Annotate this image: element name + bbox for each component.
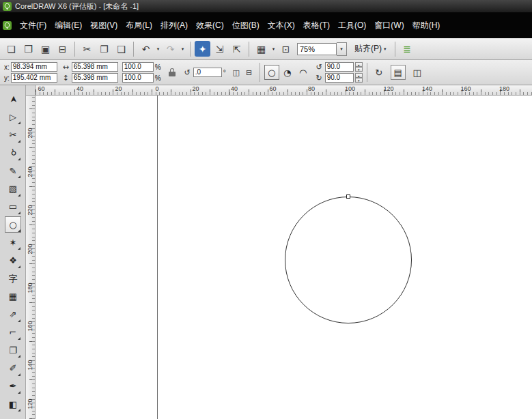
menu-bitmaps[interactable]: 位图(B): [228, 18, 264, 33]
menu-bar: 文件(F)编辑(E)视图(V)布局(L)排列(A)效果(C)位图(B)文本(X)…: [0, 12, 532, 38]
new-icon: ❏: [7, 44, 16, 54]
dimension-tool[interactable]: ⇗: [5, 306, 21, 323]
coreldraw-window: CorelDRAW X6 (评估版) - [未命名 -1] 文件(F)编辑(E)…: [0, 0, 532, 419]
menu-effects[interactable]: 效果(C): [192, 18, 228, 33]
freehand-tool[interactable]: ✎: [5, 162, 21, 179]
crop-tool[interactable]: ✂: [5, 127, 21, 143]
document-icon[interactable]: [3, 21, 12, 30]
menu-layout[interactable]: 布局(L): [122, 18, 156, 33]
outline-width-button[interactable]: ◫: [410, 65, 425, 80]
save-icon: ▣: [41, 44, 50, 54]
menu-text[interactable]: 文本(X): [264, 18, 299, 33]
object-height-input[interactable]: 65.398 mm: [72, 73, 118, 83]
menu-edit[interactable]: 编辑(E): [51, 18, 86, 33]
basic-shapes-tool[interactable]: ❖: [5, 252, 21, 269]
pie-mode-button[interactable]: ◔: [280, 65, 295, 80]
h-ruler-label: 140: [422, 85, 432, 92]
shape-icon: ▷: [10, 113, 16, 121]
position-fields: x: 98.394 mm y: 195.402 mm: [4, 62, 57, 83]
app-launcher-button[interactable]: ▦: [253, 41, 269, 57]
text-icon: 字: [9, 274, 18, 283]
text-wrap-button[interactable]: ▤: [391, 65, 406, 80]
scale-x-input[interactable]: 100.0: [122, 62, 154, 72]
end-angle-down[interactable]: ▾: [355, 78, 363, 83]
ellipse-object[interactable]: [285, 197, 412, 323]
eyedropper-tool[interactable]: ✐: [5, 360, 21, 377]
horizontal-ruler[interactable]: 604020020406080100120140160180: [36, 85, 532, 96]
search-content-button[interactable]: ✦: [195, 41, 210, 57]
fill-tool[interactable]: ◧: [5, 396, 21, 412]
undo-icon: ↶: [142, 44, 150, 54]
arc-mode-button[interactable]: ◠: [296, 65, 311, 80]
x-position-input[interactable]: 98.394 mm: [11, 62, 57, 72]
menu-file[interactable]: 文件(F): [16, 18, 51, 33]
import-button[interactable]: ⇲: [212, 41, 227, 57]
outline-pen-tool[interactable]: ✒: [5, 378, 21, 394]
start-angle-down[interactable]: ▾: [355, 67, 363, 72]
text-tool[interactable]: 字: [5, 270, 21, 287]
snap-to-button[interactable]: 贴齐(P)▾: [350, 42, 391, 57]
menu-tools[interactable]: 工具(O): [334, 18, 370, 33]
pick-tool[interactable]: ➤: [5, 91, 21, 107]
rotation-angle-input[interactable]: .0: [193, 68, 222, 77]
start-angle-up[interactable]: ▴: [355, 62, 363, 67]
options-button[interactable]: ≣: [400, 41, 415, 57]
smart-fill-tool[interactable]: ▧: [5, 181, 21, 197]
ellipse-tool[interactable]: ○: [5, 216, 21, 233]
app-launcher-dropdown[interactable]: ▾: [270, 46, 277, 52]
change-direction-button[interactable]: ↻: [372, 65, 387, 80]
lock-icon: [169, 72, 176, 76]
rectangle-tool[interactable]: ▭: [5, 199, 21, 215]
open-button[interactable]: ❒: [20, 41, 36, 57]
print-button[interactable]: ⊟: [55, 41, 70, 57]
menu-table[interactable]: 表格(T): [299, 18, 334, 33]
zoom-tool[interactable]: ☌: [5, 145, 21, 161]
paste-button[interactable]: ❑: [113, 41, 129, 57]
connector-tool[interactable]: ⌐: [5, 324, 21, 341]
new-button[interactable]: ❏: [3, 41, 19, 57]
redo-dropdown[interactable]: ▾: [180, 46, 186, 52]
welcome-screen-button[interactable]: ⊡: [278, 41, 294, 57]
blend-tool[interactable]: ❐: [5, 342, 21, 358]
export-button[interactable]: ⇱: [229, 41, 244, 57]
end-angle-up[interactable]: ▴: [355, 73, 363, 78]
zoom-level-value[interactable]: 75%: [297, 43, 337, 55]
menu-help[interactable]: 帮助(H): [408, 18, 445, 33]
lock-ratio-button[interactable]: [165, 65, 179, 80]
angle-fields: ↺ 90.0 ▴ ▾ ↻ 90.0 ▴ ▾: [315, 62, 363, 83]
smart-fill-tool-flyout: [18, 194, 20, 197]
zoom-level-dropdown[interactable]: ▾: [337, 42, 347, 56]
polygon-tool[interactable]: ✶: [5, 234, 21, 250]
save-button[interactable]: ▣: [38, 41, 53, 57]
v-ruler-label: 180: [27, 281, 33, 295]
object-width-input[interactable]: 65.398 mm: [72, 62, 118, 72]
size-fields: ↔ 65.398 mm ↕ 65.398 mm: [61, 62, 118, 83]
title-bar[interactable]: CorelDRAW X6 (评估版) - [未命名 -1]: [0, 0, 532, 12]
copy-button[interactable]: ❐: [96, 41, 112, 57]
search-content-icon: ✦: [199, 44, 207, 54]
app-icon[interactable]: [3, 2, 12, 11]
mirror-horizontal-button[interactable]: ◫: [230, 66, 242, 78]
cut-button[interactable]: ✂: [79, 41, 95, 57]
menu-window[interactable]: 窗口(W): [370, 18, 408, 33]
scale-y-input[interactable]: 100.0: [122, 73, 154, 83]
undo-dropdown[interactable]: ▾: [155, 46, 161, 52]
ellipse-mode-button[interactable]: ○: [264, 65, 279, 80]
end-angle-input[interactable]: 90.0: [325, 73, 354, 83]
menu-view[interactable]: 视图(V): [86, 18, 122, 33]
menu-arrange[interactable]: 排列(A): [156, 18, 192, 33]
basic-shapes-tool-flyout: [18, 265, 20, 268]
shape-tool[interactable]: ▷: [5, 109, 21, 125]
undo-button[interactable]: ↶: [138, 41, 154, 57]
table-tool[interactable]: ▦: [5, 288, 21, 304]
y-position-input[interactable]: 195.402 mm: [11, 73, 57, 83]
vertical-ruler[interactable]: 260240220200180160140120: [26, 96, 36, 419]
toolbar-separator: [395, 42, 395, 57]
start-angle-input[interactable]: 90.0: [325, 62, 354, 72]
canvas[interactable]: [36, 96, 532, 419]
standard-toolbar: ❏❒▣⊟✂❐❑↶▾↷▾✦⇲⇱▦▾⊡75%▾贴齐(P)▾≣: [0, 38, 532, 60]
propbar-separator-2: [367, 63, 367, 82]
ruler-corner[interactable]: [26, 85, 36, 96]
mirror-vertical-button[interactable]: ⊟: [243, 66, 255, 78]
ellipse-node[interactable]: [346, 194, 350, 199]
